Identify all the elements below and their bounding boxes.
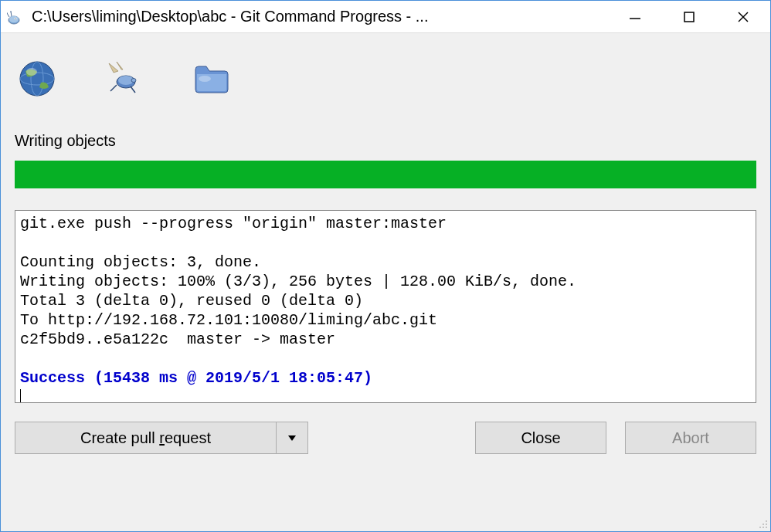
resize-grip-icon[interactable] bbox=[757, 518, 768, 529]
svg-point-22 bbox=[199, 76, 211, 82]
animation-row bbox=[15, 44, 756, 132]
svg-line-5 bbox=[11, 12, 12, 16]
window-title: C:\Users\liming\Desktop\abc - Git Comman… bbox=[32, 8, 608, 25]
abort-button: Abort bbox=[625, 422, 756, 454]
svg-point-28 bbox=[763, 527, 764, 528]
globe-icon bbox=[18, 59, 56, 101]
maximize-button[interactable] bbox=[662, 1, 716, 32]
dialog-content: Writing objects git.exe push --progress … bbox=[1, 33, 770, 531]
svg-marker-23 bbox=[288, 435, 296, 441]
svg-point-19 bbox=[131, 79, 136, 83]
svg-rect-9 bbox=[684, 12, 694, 22]
svg-point-1 bbox=[9, 15, 19, 22]
app-icon bbox=[7, 8, 25, 26]
status-label: Writing objects bbox=[15, 132, 756, 150]
close-button[interactable]: Close bbox=[475, 422, 606, 454]
svg-point-26 bbox=[766, 524, 767, 525]
svg-line-21 bbox=[131, 86, 135, 93]
svg-point-25 bbox=[763, 524, 764, 525]
svg-point-7 bbox=[10, 11, 12, 12]
svg-point-29 bbox=[766, 527, 767, 528]
progress-bar bbox=[15, 161, 756, 188]
create-pull-request-splitbutton: Create pull request bbox=[15, 422, 308, 454]
close-window-button[interactable] bbox=[716, 1, 770, 32]
svg-point-16 bbox=[26, 68, 37, 76]
progress-fill bbox=[15, 161, 756, 188]
dialog-window: C:\Users\liming\Desktop\abc - Git Comman… bbox=[0, 0, 771, 532]
flying-turtle-icon bbox=[103, 62, 146, 99]
svg-point-24 bbox=[766, 520, 767, 522]
output-textbox[interactable]: git.exe push --progress "origin" master:… bbox=[15, 210, 756, 403]
svg-line-4 bbox=[7, 13, 9, 17]
minimize-button[interactable] bbox=[608, 1, 662, 32]
titlebar: C:\Users\liming\Desktop\abc - Git Comman… bbox=[1, 1, 770, 33]
create-pull-request-button[interactable]: Create pull request bbox=[15, 422, 276, 454]
folder-icon bbox=[192, 62, 231, 99]
text-cursor bbox=[20, 389, 21, 403]
button-row: Create pull request Close Abort bbox=[15, 422, 756, 454]
create-pull-request-dropdown[interactable] bbox=[276, 422, 308, 454]
success-line: Success (15438 ms @ 2019/5/1 18:05:47) bbox=[20, 369, 372, 387]
svg-line-20 bbox=[110, 85, 117, 91]
svg-point-3 bbox=[15, 18, 15, 19]
window-controls bbox=[608, 1, 770, 32]
svg-point-27 bbox=[759, 527, 761, 528]
